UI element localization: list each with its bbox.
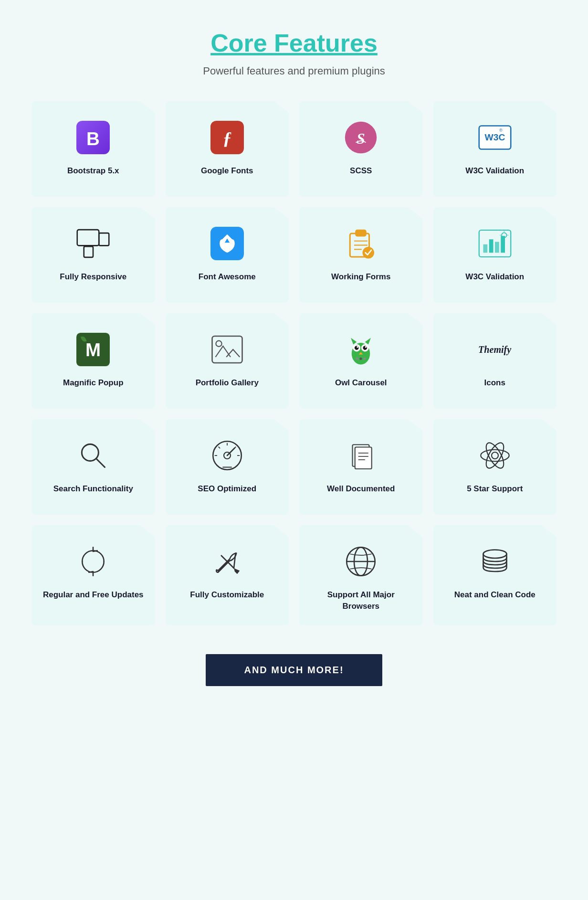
svg-line-58 <box>218 447 220 449</box>
feature-google-fonts-label: Google Fonts <box>201 165 253 177</box>
feature-browsers: Support All Major Browsers <box>299 525 423 625</box>
clean-code-icon <box>476 542 514 581</box>
browsers-icon <box>342 542 380 581</box>
svg-marker-72 <box>234 568 240 574</box>
svg-line-59 <box>234 447 236 449</box>
svg-line-51 <box>96 459 105 467</box>
features-grid: B Bootstrap 5.x ƒ Google Fonts S SCSS <box>32 101 556 625</box>
google-fonts-icon: ƒ <box>208 118 246 157</box>
svg-text:M: M <box>85 339 101 360</box>
feature-updates: Regular and Free Updates <box>32 525 155 625</box>
page-header: Core Features Powerful features and prem… <box>203 29 385 77</box>
svg-rect-17 <box>356 230 366 236</box>
svg-rect-10 <box>99 233 109 245</box>
feature-gallery: Portfolio Gallery <box>166 313 289 409</box>
feature-bootstrap: B Bootstrap 5.x <box>32 101 155 197</box>
feature-browsers-label: Support All Major Browsers <box>309 589 413 612</box>
gallery-icon <box>208 330 246 369</box>
feature-seo-label: SEO Optimized <box>198 483 256 495</box>
feature-w3c-2-label: W3C Validation <box>465 271 524 283</box>
svg-rect-11 <box>84 246 93 257</box>
feature-scss: S SCSS <box>299 101 423 197</box>
feature-responsive-label: Fully Responsive <box>60 271 126 283</box>
forms-icon <box>342 224 380 263</box>
feature-gallery-label: Portfolio Gallery <box>196 377 259 389</box>
feature-themify: Themify Icons <box>433 313 557 409</box>
feature-themify-label: Icons <box>484 377 505 389</box>
bootstrap-icon: B <box>74 118 112 157</box>
svg-rect-24 <box>489 239 494 253</box>
svg-rect-23 <box>483 244 487 253</box>
owl-icon <box>342 330 380 369</box>
feature-forms: Working Forms <box>299 207 423 303</box>
feature-magnific-label: Magnific Popup <box>63 377 124 389</box>
w3c-1-icon: W3C ® <box>476 118 514 157</box>
feature-clean-code-label: Neat and Clean Code <box>454 589 536 601</box>
feature-docs: Well Documented <box>299 419 423 515</box>
magnific-icon: M <box>74 330 112 369</box>
feature-scss-label: SCSS <box>350 165 372 177</box>
svg-point-48 <box>360 358 362 360</box>
svg-text:S: S <box>357 130 365 147</box>
feature-support-label: 5 Star Support <box>467 483 523 495</box>
feature-google-fonts: ƒ Google Fonts <box>166 101 289 197</box>
svg-text:W3C: W3C <box>484 132 505 142</box>
svg-point-41 <box>355 346 359 350</box>
svg-rect-62 <box>355 447 372 469</box>
feature-owl: Owl Carousel <box>299 313 423 409</box>
svg-line-54 <box>227 448 235 455</box>
svg-rect-34 <box>212 336 242 363</box>
svg-rect-25 <box>495 242 499 253</box>
search-icon <box>74 436 112 475</box>
feature-updates-label: Regular and Free Updates <box>43 589 144 601</box>
svg-point-44 <box>365 346 367 348</box>
feature-customizable: Fully Customizable <box>166 525 289 625</box>
feature-seo: SEO Optimized <box>166 419 289 515</box>
feature-w3c-1-label: W3C Validation <box>465 165 524 177</box>
svg-point-67 <box>481 450 509 462</box>
feature-responsive: Fully Responsive <box>32 207 155 303</box>
svg-line-71 <box>234 553 236 569</box>
feature-clean-code: Neat and Clean Code <box>433 525 557 625</box>
feature-font-awesome: Font Awesome <box>166 207 289 303</box>
svg-point-42 <box>363 346 368 350</box>
svg-point-43 <box>357 346 359 348</box>
and-more-button[interactable]: AND MUCH MORE! <box>206 654 382 686</box>
feature-w3c-1: W3C ® W3C Validation <box>433 101 557 197</box>
updates-icon <box>74 542 112 581</box>
docs-icon <box>342 436 380 475</box>
svg-point-66 <box>492 452 498 459</box>
svg-text:®: ® <box>499 128 503 133</box>
svg-marker-37 <box>351 338 357 345</box>
seo-icon <box>208 436 246 475</box>
page-title: Core Features <box>203 29 385 57</box>
svg-text:ƒ: ƒ <box>222 128 231 148</box>
feature-font-awesome-label: Font Awesome <box>199 271 256 283</box>
svg-text:Themify: Themify <box>478 344 511 355</box>
feature-bootstrap-label: Bootstrap 5.x <box>67 165 119 177</box>
svg-text:B: B <box>86 128 100 149</box>
themify-icon: Themify <box>476 330 514 369</box>
font-awesome-icon <box>208 224 246 263</box>
feature-docs-label: Well Documented <box>327 483 395 495</box>
feature-customizable-label: Fully Customizable <box>190 589 264 601</box>
feature-search: Search Functionality <box>32 419 155 515</box>
feature-support: 5 Star Support <box>433 419 557 515</box>
feature-search-label: Search Functionality <box>53 483 133 495</box>
svg-point-21 <box>363 247 375 259</box>
star-icon <box>476 436 514 475</box>
svg-point-76 <box>483 550 506 559</box>
scss-icon: S <box>342 118 380 157</box>
page-subtitle: Powerful features and premium plugins <box>203 65 385 77</box>
svg-rect-9 <box>77 230 99 245</box>
customizable-icon <box>208 542 246 581</box>
w3c-2-icon <box>476 224 514 263</box>
svg-point-35 <box>216 341 221 347</box>
responsive-icon <box>74 224 112 263</box>
feature-forms-label: Working Forms <box>331 271 390 283</box>
feature-owl-label: Owl Carousel <box>335 377 387 389</box>
feature-magnific: M Magnific Popup <box>32 313 155 409</box>
svg-marker-38 <box>365 338 371 345</box>
feature-w3c-2: W3C Validation <box>433 207 557 303</box>
